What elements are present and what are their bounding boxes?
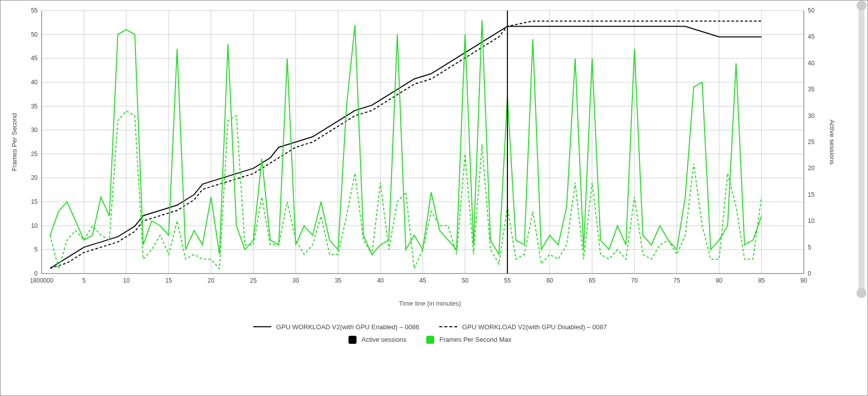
svg-text:0: 0 (808, 270, 811, 277)
svg-text:40: 40 (377, 277, 384, 284)
slider-knob-bottom[interactable] (856, 288, 866, 298)
legend-row-linestyle: GPU WORKLOAD V2(with GPU Enabled) – 0086… (7, 321, 853, 331)
line-dashed-icon (439, 326, 457, 327)
x-axis-title: Time line (in minutes) (7, 300, 853, 307)
svg-text:50: 50 (31, 31, 38, 38)
svg-text:85: 85 (758, 277, 765, 284)
svg-text:5: 5 (82, 277, 86, 284)
svg-text:5: 5 (34, 246, 38, 253)
svg-text:15: 15 (31, 198, 38, 205)
legend-solid-label: GPU WORKLOAD V2(with GPU Enabled) – 0086 (276, 323, 419, 331)
svg-text:20: 20 (808, 165, 815, 172)
svg-text:Active sessions: Active sessions (828, 119, 836, 165)
svg-text:25: 25 (808, 139, 815, 146)
svg-text:0: 0 (34, 270, 38, 277)
svg-text:10: 10 (31, 222, 38, 229)
svg-text:20: 20 (208, 277, 215, 284)
svg-text:65: 65 (589, 277, 596, 284)
svg-text:20: 20 (31, 174, 38, 181)
legend-dashed[interactable]: GPU WORKLOAD V2(with GPU Disabled) – 008… (439, 323, 607, 331)
svg-text:35: 35 (808, 86, 815, 93)
legend-dashed-label: GPU WORKLOAD V2(with GPU Disabled) – 008… (462, 323, 607, 331)
svg-text:50: 50 (808, 7, 815, 14)
svg-text:60: 60 (547, 277, 554, 284)
svg-text:1800000: 1800000 (30, 277, 54, 284)
svg-text:80: 80 (716, 277, 723, 284)
svg-text:30: 30 (292, 277, 299, 284)
svg-text:15: 15 (808, 191, 815, 198)
svg-text:30: 30 (808, 112, 815, 119)
svg-text:45: 45 (419, 277, 426, 284)
svg-text:5: 5 (808, 244, 811, 251)
svg-text:70: 70 (631, 277, 638, 284)
svg-text:30: 30 (31, 126, 38, 134)
range-slider[interactable] (858, 4, 864, 295)
svg-text:75: 75 (673, 277, 680, 284)
svg-text:25: 25 (250, 277, 257, 284)
svg-text:35: 35 (31, 103, 38, 110)
svg-text:35: 35 (334, 277, 341, 284)
plot-area: 0510152025303540455055051015202530354045… (7, 7, 853, 293)
slider-knob-top[interactable] (856, 1, 866, 11)
svg-text:50: 50 (462, 277, 469, 284)
svg-text:55: 55 (504, 277, 511, 284)
legend-green-label: Frames Per Second Max (439, 336, 511, 343)
svg-text:90: 90 (800, 277, 807, 284)
legend-solid[interactable]: GPU WORKLOAD V2(with GPU Enabled) – 0086 (253, 323, 419, 331)
svg-text:40: 40 (808, 60, 815, 67)
svg-text:40: 40 (31, 79, 38, 86)
svg-text:10: 10 (123, 277, 130, 284)
swatch-green-icon (426, 336, 434, 344)
legend-black[interactable]: Active sessions (349, 336, 407, 344)
svg-text:15: 15 (165, 277, 172, 284)
svg-text:Frames Per Second: Frames Per Second (11, 113, 18, 171)
legend-black-label: Active sessions (362, 336, 407, 343)
svg-text:45: 45 (808, 33, 815, 40)
svg-text:45: 45 (31, 55, 38, 62)
legend-row-color: Active sessions Frames Per Second Max (7, 336, 853, 345)
svg-text:55: 55 (31, 7, 38, 14)
svg-text:10: 10 (808, 217, 815, 224)
line-solid-icon (253, 326, 271, 327)
svg-text:25: 25 (31, 151, 38, 158)
legend-green[interactable]: Frames Per Second Max (426, 336, 511, 344)
chart-svg: 0510152025303540455055051015202530354045… (7, 7, 839, 288)
chart-panel: 0510152025303540455055051015202530354045… (0, 0, 868, 396)
legend: GPU WORKLOAD V2(with GPU Enabled) – 0086… (7, 321, 853, 345)
swatch-black-icon (349, 336, 357, 344)
